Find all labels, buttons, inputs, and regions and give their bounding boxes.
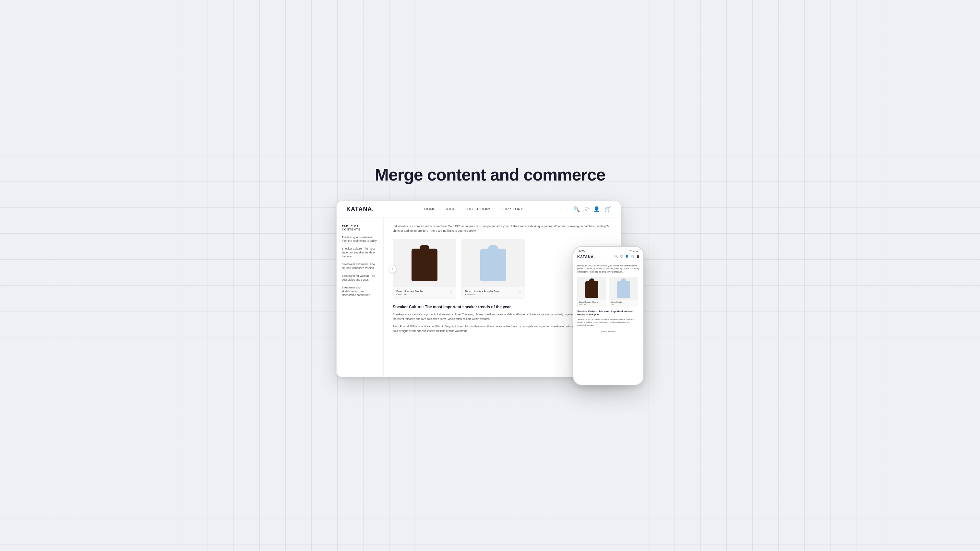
toc-sidebar: TABLE OF CONTENTS The history of streetw… [337, 218, 383, 376]
product-details-blue: Basic Hoodie - Powder Blue £140.00* [465, 290, 500, 296]
toc-item-2[interactable]: Sneaker Culture: The most important snea… [342, 247, 378, 259]
devices-container: KATANA. HOME SHOP COLLECTIONS OUR STORY … [336, 201, 644, 385]
phone-hoodie-blue-shape [617, 281, 630, 298]
phone-product-row: Basic Hoodie - Mocha £140.00* Basic Hood… [577, 277, 640, 307]
tablet-logo: KATANA. [346, 206, 374, 213]
signal-icon: ▪▪▪ [630, 249, 632, 252]
phone-section-title: Sneaker Culture: The most important snea… [577, 310, 640, 317]
nav-collections[interactable]: COLLECTIONS [465, 207, 491, 211]
phone-product-name-blue: Basic Hoodie [611, 301, 636, 304]
nav-our-story[interactable]: OUR STORY [501, 207, 523, 211]
wishlist-icon[interactable]: ♡ [584, 206, 589, 212]
phone-product-image-blue [609, 277, 638, 300]
toc-item-4[interactable]: Streetwear for women: The best styles an… [342, 274, 378, 282]
toc-title: TABLE OF CONTENTS [342, 225, 378, 231]
tablet-nav-icons: 🔍 ♡ 👤 🛒 [573, 206, 611, 212]
phone-logo: KATANA. [577, 255, 595, 259]
toc-item-1[interactable]: The history of streetwear: from the begi… [342, 236, 378, 243]
search-icon[interactable]: 🔍 [573, 206, 580, 212]
hoodie-mocha-shape [412, 249, 438, 281]
product-card-blue[interactable]: Basic Hoodie - Powder Blue £140.00* ♡ [461, 239, 525, 299]
wishlist-heart-icon[interactable]: ♡ [449, 291, 453, 295]
content-area: Merge content and commerce KATANA. HOME … [6, 166, 974, 385]
wishlist-heart-blue-icon[interactable]: ♡ [518, 291, 522, 295]
phone-mockup: 12:00 ▪▪▪ ▲ ▬ KATANA. 🔍 ♡ 👤 🛒 ☰ [573, 246, 644, 385]
phone-status-bar: 12:00 ▪▪▪ ▲ ▬ [573, 247, 643, 254]
wifi-icon: ▲ [633, 249, 635, 252]
carousel-prev-button[interactable]: ‹ [389, 265, 397, 273]
phone-text-snippet: techniques, you can personalize your clo… [577, 264, 640, 273]
product-image-blue [462, 239, 525, 287]
product-name-blue: Basic Hoodie - Powder Blue [465, 290, 500, 293]
phone-product-info-blue: Basic Hoodie £14... [609, 300, 638, 307]
phone-search-icon[interactable]: 🔍 [614, 255, 618, 258]
phone-product-image-mocha [578, 277, 606, 300]
product-card-info: Basic Hoodie - Mocha £140.00* ♡ [393, 287, 456, 299]
tablet-nav-links: HOME SHOP COLLECTIONS OUR STORY [424, 207, 523, 211]
phone-nav-icons: 🔍 ♡ 👤 🛒 ☰ [614, 255, 640, 258]
product-price-blue: £140.00* [465, 293, 500, 296]
phone-product-price-blue: £14... [611, 304, 636, 306]
phone-product-name-mocha: Basic Hoodie - Mocha [579, 301, 605, 304]
phone-url-bar: katana.atioss.de [577, 329, 640, 332]
toc-item-3[interactable]: Streetwear and music: how hip-hop influe… [342, 262, 378, 270]
product-card-mocha[interactable]: Basic Hoodie - Mocha £140.00* ♡ [393, 239, 456, 299]
phone-account-icon[interactable]: 👤 [625, 255, 629, 258]
phone-hoodie-mocha-shape [585, 281, 598, 298]
page-headline: Merge content and commerce [375, 166, 605, 184]
nav-home[interactable]: HOME [424, 207, 436, 211]
phone-cart-icon[interactable]: 🛒 [631, 255, 635, 258]
phone-menu-icon[interactable]: ☰ [636, 255, 640, 258]
cart-icon[interactable]: 🛒 [605, 206, 611, 212]
product-details: Basic Hoodie - Mocha £140.00* [396, 290, 423, 296]
product-name-mocha: Basic Hoodie - Mocha [396, 290, 423, 293]
phone-content: techniques, you can personalize your clo… [573, 261, 643, 373]
article-intro: Individuality is a core aspect of street… [393, 224, 612, 233]
nav-shop[interactable]: SHOP [445, 207, 455, 211]
battery-icon: ▬ [636, 249, 638, 252]
phone-product-info-mocha: Basic Hoodie - Mocha £140.00* [578, 300, 606, 307]
phone-product-price-mocha: £140.00* [579, 304, 605, 306]
tablet-nav: KATANA. HOME SHOP COLLECTIONS OUR STORY … [337, 201, 621, 218]
product-image-mocha [393, 239, 456, 287]
phone-body-text: Sneakers are a central component of stre… [577, 318, 640, 327]
product-price-mocha: £140.00* [396, 293, 423, 296]
account-icon[interactable]: 👤 [593, 206, 600, 212]
phone-product-card-mocha[interactable]: Basic Hoodie - Mocha £140.00* [577, 277, 606, 307]
phone-product-card-blue[interactable]: Basic Hoodie £14... [609, 277, 638, 307]
toc-item-5[interactable]: Streetwear and skateboarding: an insepar… [342, 286, 378, 297]
phone-time: 12:00 [579, 249, 585, 252]
hoodie-blue-shape [480, 249, 506, 281]
phone-wishlist-icon[interactable]: ♡ [620, 255, 623, 258]
product-card-info-blue: Basic Hoodie - Powder Blue £140.00* ♡ [462, 287, 525, 299]
phone-nav: KATANA. 🔍 ♡ 👤 🛒 ☰ [573, 254, 643, 261]
phone-status-icons: ▪▪▪ ▲ ▬ [630, 249, 638, 252]
